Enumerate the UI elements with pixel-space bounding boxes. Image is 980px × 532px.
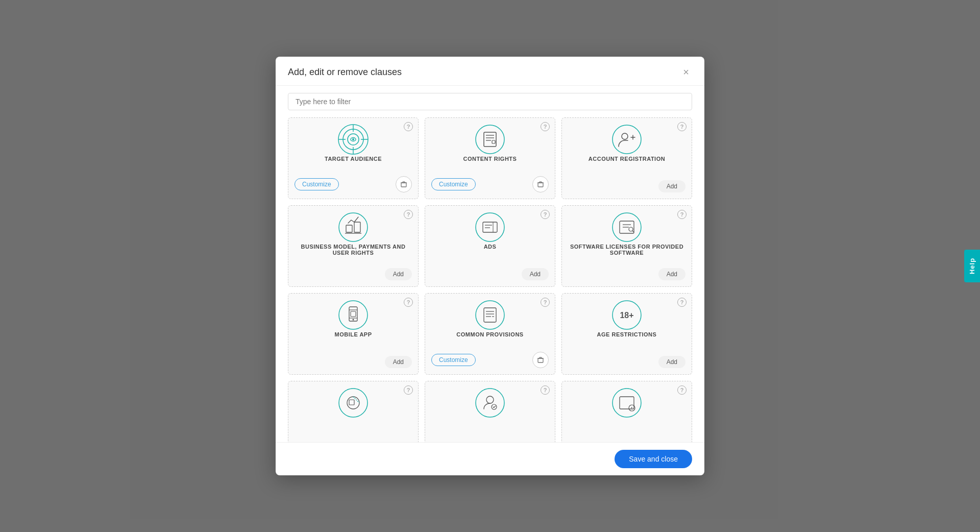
svg-rect-56 xyxy=(538,358,543,362)
svg-rect-20 xyxy=(538,183,543,187)
svg-point-26 xyxy=(622,133,628,139)
clause-name-mobile-app: MOBILE APP xyxy=(334,331,372,349)
clause-name-target-audience: TARGET AUDIENCE xyxy=(325,156,382,169)
common-provisions-icon xyxy=(474,299,506,331)
clause-name-age-restrictions: AGE RESTRICTIONS xyxy=(597,331,657,349)
svg-rect-31 xyxy=(354,222,360,232)
clause-card-software-licenses: ? SOFTWARE LICENSES FOR PROVIDED SOFTWAR… xyxy=(561,205,692,287)
clause-actions-common-provisions: Customize xyxy=(431,352,549,368)
clause-card-business-model: ? BUSINESS MODEL, PAYMENTS AND USER RIGH… xyxy=(288,205,419,287)
svg-point-33 xyxy=(476,213,504,241)
trash-icon-content-rights xyxy=(537,181,544,188)
svg-point-8 xyxy=(352,138,354,140)
clause-actions-target-audience: Customize xyxy=(295,176,412,192)
help-icon-mobile-app[interactable]: ? xyxy=(404,298,413,307)
clause-name-ads: ADS xyxy=(484,244,497,261)
help-icon-12[interactable]: ? xyxy=(677,385,687,395)
help-icon-target-audience[interactable]: ? xyxy=(404,122,413,131)
clause-card-10: ? xyxy=(288,381,419,442)
help-icon-11[interactable]: ? xyxy=(541,385,550,395)
clause-name-content-rights: CONTENT RIGHTS xyxy=(463,156,517,169)
svg-rect-15 xyxy=(484,132,496,147)
help-icon-10[interactable]: ? xyxy=(404,385,413,395)
svg-point-42 xyxy=(629,227,633,231)
svg-rect-19 xyxy=(492,140,495,143)
svg-point-63 xyxy=(339,389,368,417)
svg-rect-49 xyxy=(351,311,356,317)
help-tab[interactable]: Help xyxy=(964,250,980,282)
clause-card-common-provisions: ? COMMON PROVISIONS Customize xyxy=(425,293,555,375)
ads-icon xyxy=(474,211,506,244)
clause-card-11: ? xyxy=(425,381,555,442)
clause-11-icon xyxy=(474,386,506,419)
business-model-icon xyxy=(337,211,370,244)
customize-button-target-audience[interactable]: Customize xyxy=(295,178,339,190)
svg-point-44 xyxy=(339,301,368,329)
svg-point-25 xyxy=(612,125,641,154)
help-sidebar: Help xyxy=(964,250,980,282)
modal-footer: Save and close xyxy=(276,442,704,475)
trash-icon-common-provisions xyxy=(537,356,544,364)
software-licenses-icon xyxy=(610,211,643,244)
clause-card-mobile-app: ? MOBILE APP Add xyxy=(288,293,419,375)
svg-rect-51 xyxy=(484,308,496,322)
trash-icon-target-audience xyxy=(400,181,407,188)
clause-name-business-model: BUSINESS MODEL, PAYMENTS AND USER RIGHTS xyxy=(295,244,412,261)
delete-button-common-provisions[interactable] xyxy=(532,352,549,368)
clause-name-account-registration: ACCOUNT REGISTRATION xyxy=(589,156,665,173)
svg-point-14 xyxy=(476,125,504,154)
help-icon-content-rights[interactable]: ? xyxy=(541,122,550,131)
customize-button-content-rights[interactable]: Customize xyxy=(431,178,476,190)
account-registration-icon xyxy=(610,123,643,156)
help-icon-common-provisions[interactable]: ? xyxy=(541,298,550,307)
add-button-mobile-app[interactable]: Add xyxy=(385,356,412,368)
save-close-button[interactable]: Save and close xyxy=(615,450,692,468)
clause-10-icon xyxy=(337,386,370,419)
clause-actions-content-rights: Customize xyxy=(431,176,549,192)
clause-actions-ads: Add xyxy=(431,268,549,280)
svg-point-67 xyxy=(476,389,504,417)
add-button-account-registration[interactable]: Add xyxy=(658,180,685,192)
clause-name-common-provisions: COMMON PROVISIONS xyxy=(456,331,523,345)
help-icon-ads[interactable]: ? xyxy=(541,210,550,219)
add-button-age-restrictions[interactable]: Add xyxy=(658,356,685,368)
target-audience-icon xyxy=(337,123,370,156)
clause-actions-mobile-app: Add xyxy=(295,356,412,368)
clause-card-content-rights: ? CONTENT RIGHTS Customize xyxy=(425,117,555,199)
svg-rect-30 xyxy=(346,225,352,232)
svg-point-48 xyxy=(353,319,354,321)
clauses-grid: ? TARGET AUDIENCE Customize xyxy=(288,117,692,442)
search-input[interactable] xyxy=(288,93,692,110)
add-button-ads[interactable]: Add xyxy=(522,268,549,280)
help-icon-software-licenses[interactable]: ? xyxy=(677,210,687,219)
svg-rect-66 xyxy=(349,400,354,405)
clauses-body: ? TARGET AUDIENCE Customize xyxy=(276,117,704,442)
clause-actions-business-model: Add xyxy=(295,268,412,280)
clause-actions-account-registration: Add xyxy=(568,180,685,192)
delete-button-content-rights[interactable] xyxy=(532,176,549,192)
clause-card-account-registration: ? ACCOUNT REGISTRATION Add xyxy=(561,117,692,199)
svg-point-29 xyxy=(339,213,368,241)
clause-actions-age-restrictions: Add xyxy=(568,356,685,368)
clause-name-software-licenses: SOFTWARE LICENSES FOR PROVIDED SOFTWARE xyxy=(568,244,685,261)
clause-card-age-restrictions: ? 18+ AGE RESTRICTIONS Add xyxy=(561,293,692,375)
svg-point-70 xyxy=(612,389,641,417)
add-button-business-model[interactable]: Add xyxy=(385,268,412,280)
delete-button-target-audience[interactable] xyxy=(396,176,412,192)
help-icon-business-model[interactable]: ? xyxy=(404,210,413,219)
clause-actions-software-licenses: Add xyxy=(568,268,685,280)
modal-close-button[interactable]: × xyxy=(680,66,692,78)
help-icon-age-restrictions[interactable]: ? xyxy=(677,298,687,307)
customize-button-common-provisions[interactable]: Customize xyxy=(431,354,476,366)
svg-point-69 xyxy=(492,404,497,409)
svg-rect-34 xyxy=(483,222,497,232)
mobile-app-icon xyxy=(337,299,370,331)
clause-12-icon xyxy=(610,386,643,419)
svg-rect-9 xyxy=(401,183,406,187)
clause-card-12: ? xyxy=(561,381,692,442)
clause-card-ads: ? ADS Add xyxy=(425,205,555,287)
add-button-software-licenses[interactable]: Add xyxy=(658,268,685,280)
help-icon-account-registration[interactable]: ? xyxy=(677,122,687,131)
svg-text:18+: 18+ xyxy=(620,311,633,320)
age-restrictions-icon: 18+ xyxy=(610,299,643,331)
